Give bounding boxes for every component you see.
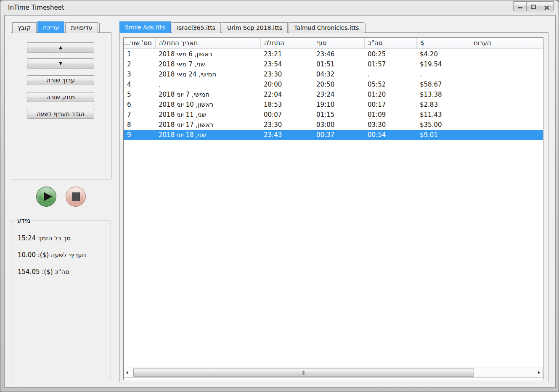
move-row-up-button[interactable]: ▲ [27,42,94,53]
table-row[interactable]: 6 ראשון, 10 יוני 2018 18:53 19:10 00:17 … [124,100,543,110]
tab-urim-sep-2018[interactable]: Urim Sep 2018.itts [222,22,288,33]
cell-start-date: חמישי, 24 מאי 2018 [155,69,260,79]
cell-row-number: 8 [124,120,155,130]
maximize-icon [531,5,536,9]
cell-notes [470,49,543,59]
table-row[interactable]: 1 ראשון, 6 מאי 2018 23:21 23:46 00:25 $4… [124,49,543,59]
cell-row-number: 2 [124,59,155,69]
tab-file[interactable]: קובץ [12,22,37,33]
window-controls [513,1,554,11]
minimize-button[interactable] [513,1,527,11]
scroll-right-button[interactable] [535,368,543,377]
cell-notes [470,110,543,120]
cell-total: . [364,69,416,79]
cell-start-time: 18:53 [260,100,313,110]
header-total[interactable]: סה"כ [364,38,416,48]
cell-total: 00:17 [364,100,416,110]
right-arrow-icon [538,371,540,374]
close-button[interactable] [540,1,554,11]
table-body: 1 ראשון, 6 מאי 2018 23:21 23:46 00:25 $4… [124,49,543,140]
scrollbar-track[interactable] [131,368,535,377]
cell-row-number: 1 [124,49,155,59]
cell-start-time: 23:54 [260,59,313,69]
total-time-label: סך כל הזמן: 15:24 [18,234,71,242]
cell-row-number: 3 [124,69,155,79]
cell-total: 05:52 [364,79,416,89]
close-icon [544,4,550,12]
cell-start-time: 00:07 [260,110,313,120]
move-row-down-button[interactable]: ▼ [27,58,94,68]
scroll-left-button[interactable] [124,368,131,377]
cell-start-time: 20:00 [260,79,313,89]
cell-amount: $35.00 [416,120,470,130]
menu-tabbar: קובץ עריכה עדיפויות [12,21,100,33]
cell-row-number: 4 [124,79,155,89]
set-hourly-rate-button[interactable]: הגדר תעריף לשעה [27,109,94,119]
table-row[interactable]: 7 שני, 11 יוני 2018 00:07 01:15 01:09 $1… [124,110,543,120]
tabbar-separator [366,23,366,33]
edit-row-button[interactable]: ערוך שורה [27,75,94,85]
cell-total: 03:30 [364,120,416,130]
tab-preferences[interactable]: עדיפויות [65,22,98,33]
cell-notes [470,59,543,69]
header-notes[interactable]: הערות [470,38,543,48]
cell-row-number: 6 [124,100,155,110]
cell-start-time: 23:21 [260,49,313,59]
cell-end-time: 23:46 [313,49,364,59]
cell-row-number: 9 [124,130,155,140]
cell-amount: $58.67 [416,79,470,89]
cell-amount: $11.43 [416,110,470,120]
cell-end-time: 03:00 [313,120,364,130]
cell-end-time: 20:50 [313,79,364,89]
document-tabbar: Smile Ads.itts Israel365.itts Urim Sep 2… [119,21,366,33]
header-start-time[interactable]: התחלה [260,38,313,48]
cell-amount: $4.20 [416,49,470,59]
minimize-icon [518,7,522,8]
table-row[interactable]: 8 ראשון, 17 יוני 2018 23:30 03:00 03:30 … [124,120,543,130]
left-arrow-icon [126,371,128,374]
cell-start-date: ראשון, 10 יוני 2018 [155,100,260,110]
cell-notes [470,100,543,110]
delete-row-button[interactable]: מחק שורה [27,92,94,102]
table-row[interactable]: 5 חמישי, 7 יוני 2018 22:04 23:24 01:20 $… [124,89,543,100]
cell-amount: . [416,69,470,79]
horizontal-scrollbar[interactable] [124,368,543,378]
tab-smile-ads[interactable]: Smile Ads.itts [119,21,171,33]
hourly-rate-label: תעריף לשעה ($): 10.00 [18,251,86,259]
table-row[interactable]: 3 חמישי, 24 מאי 2018 23:30 04:32 . . [124,69,543,79]
cell-start-date: שני, 7 מאי 2018 [155,59,260,69]
cell-start-date: ראשון, 6 מאי 2018 [155,49,260,59]
cell-amount: $9.01 [416,130,470,140]
cell-end-time: 19:10 [313,100,364,110]
window-title: InTime Timesheet [8,0,64,15]
tab-talmud-chronicles[interactable]: Talmud Chronicles.itts [289,22,364,33]
scrollbar-grip-icon [302,371,305,375]
table-row[interactable]: 4 . 20:00 20:50 05:52 $58.67 [124,79,543,89]
play-icon [44,192,52,201]
table-row-selected[interactable]: 9 שני, 18 יוני 2018 23:43 00:37 00:54 $9… [124,130,543,140]
titlebar[interactable]: InTime Timesheet [0,0,559,15]
cell-notes [470,120,543,130]
tabbar-separator [99,23,100,33]
cell-end-time: 23:24 [313,89,364,100]
scrollbar-thumb[interactable] [133,368,474,377]
header-amount[interactable]: $ [416,38,470,48]
stop-icon [72,192,80,201]
cell-notes [470,89,543,100]
total-amount-label: סה"כ ($): 154.05 [18,268,69,276]
cell-total: 00:25 [364,49,416,59]
cell-total: 00:54 [364,130,416,140]
header-end-time[interactable]: סוף [313,38,364,48]
cell-amount: $2.83 [416,100,470,110]
tab-edit[interactable]: עריכה [37,21,65,33]
start-timer-button[interactable] [36,187,56,207]
header-start-date[interactable]: תאריך התחלה [155,38,260,48]
maximize-button[interactable] [527,1,540,11]
tab-israel365[interactable]: Israel365.itts [172,22,221,33]
stop-timer-button[interactable] [66,187,86,207]
table-row[interactable]: 2 שני, 7 מאי 2018 23:54 01:51 01:57 $19.… [124,59,543,69]
info-group-label: מידע [15,217,32,224]
table-header: מס' שור... תאריך התחלה התחלה סוף סה"כ $ … [124,38,543,49]
header-row-number[interactable]: מס' שור... [124,38,155,48]
cell-start-date: חמישי, 7 יוני 2018 [155,89,260,100]
